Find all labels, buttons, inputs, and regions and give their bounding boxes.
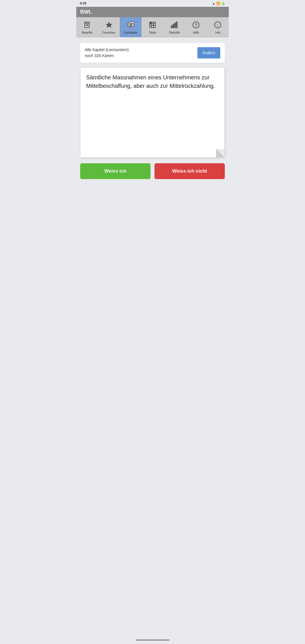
weiss-ich-nicht-button[interactable]: Weiss ich nicht: [154, 163, 225, 179]
status-time: 4:33: [80, 1, 86, 5]
svg-text:i: i: [217, 23, 218, 27]
tab-begriffe-label: Begriffe: [82, 31, 93, 34]
nav-tabs: Begriffe Favoriten Lernkarte: [76, 17, 229, 37]
lernkarte-icon: [127, 21, 135, 30]
status-bar: 4:33 ▲ 📶 🔋: [76, 0, 229, 7]
flashcard-text: Sämtliche Massnahmen eines Unternehmens …: [86, 73, 219, 90]
tab-lernkarte-label: Lernkarte: [124, 31, 137, 34]
main-content: Alle Kapitel (Lernsystem) noch 326 Karte…: [76, 37, 229, 636]
flashcard: Sämtliche Massnahmen eines Unternehmens …: [80, 67, 225, 158]
signal-icon: 📶: [216, 2, 220, 5]
info-line2: noch 326 Karten: [85, 53, 129, 59]
network-icon: ▲: [212, 2, 215, 5]
home-bar: [136, 639, 169, 641]
info-bar-text: Alle Kapitel (Lernsystem) noch 326 Karte…: [85, 47, 129, 59]
tab-tests[interactable]: Tests: [141, 17, 163, 37]
star-icon: [105, 21, 113, 30]
action-buttons: Weiss ich Weiss ich nicht: [80, 163, 225, 179]
weiss-ich-button[interactable]: Weiss ich: [80, 163, 151, 179]
tab-statistik-label: Statistik: [169, 31, 180, 34]
tab-favoriten-label: Favoriten: [103, 31, 116, 34]
home-indicator: [76, 636, 229, 644]
svg-rect-19: [175, 23, 176, 28]
info-bar: Alle Kapitel (Lernsystem) noch 326 Karte…: [80, 43, 225, 63]
book-icon: [83, 21, 91, 30]
info-icon: i: [214, 21, 222, 30]
tab-favoriten[interactable]: Favoriten: [98, 17, 120, 37]
andern-button[interactable]: Ändern: [197, 47, 220, 58]
hilfe-icon: ?: [192, 21, 200, 30]
tab-hilfe-label: Hilfe: [193, 31, 199, 34]
tab-statistik[interactable]: Statistik: [164, 17, 185, 37]
tab-info-label: Info: [215, 31, 220, 34]
battery-icon: 🔋: [221, 2, 225, 5]
tab-begriffe[interactable]: Begriffe: [76, 17, 98, 37]
app-titlebar: BWL: [76, 7, 229, 17]
app-title: BWL: [80, 9, 92, 15]
tab-info[interactable]: i Info: [207, 17, 229, 37]
statistik-icon: [170, 21, 178, 30]
info-line1: Alle Kapitel (Lernsystem): [85, 47, 129, 53]
svg-rect-17: [171, 25, 172, 28]
tab-lernkarte[interactable]: Lernkarte: [120, 17, 141, 37]
tab-hilfe[interactable]: ? Hilfe: [185, 17, 207, 37]
svg-rect-20: [176, 22, 177, 28]
svg-text:?: ?: [195, 23, 197, 27]
tests-icon: [149, 21, 156, 30]
status-icons: ▲ 📶 🔋: [212, 2, 225, 5]
svg-rect-18: [173, 24, 174, 28]
svg-marker-4: [106, 22, 112, 28]
tab-tests-label: Tests: [149, 31, 156, 34]
